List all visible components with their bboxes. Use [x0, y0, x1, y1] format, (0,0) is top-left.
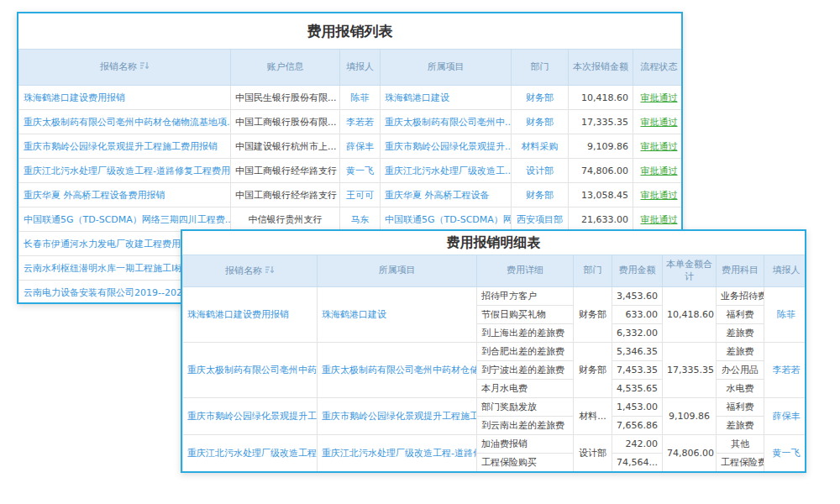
detail-total-cell: 9,109.86 [663, 398, 717, 435]
detail-reporter-link[interactable]: 李若若 [764, 343, 807, 398]
detail-dept-cell: 财务部 [574, 287, 612, 343]
status-link[interactable]: 审批通过 [633, 86, 684, 110]
status-link[interactable]: 审批通过 [633, 207, 684, 232]
expense-name-link[interactable]: 重庆太极制药有限公司亳州中药材仓储物流基地项... [19, 110, 231, 134]
table-row: 重庆市鹅岭公园绿化景观提升工程施工费用报销 中国建设银行杭州市上... 薛保丰 … [19, 134, 684, 159]
amount-cell: 74,806.00 [569, 159, 633, 183]
sort-icon[interactable] [265, 265, 275, 275]
detail-reporter-link[interactable]: 薛保丰 [764, 398, 807, 435]
detail-header-row: 报销名称 所属项目 费用详细 部门 费用金额 本单金额合计 费用科目 填报人 [183, 255, 807, 287]
list-column-header-name[interactable]: 报销名称 [19, 50, 231, 86]
detail-subject-cell: 工程保险费 [717, 454, 764, 472]
table-row: 重庆太极制药有限公司亳州中药材 重庆太极制药有限公司亳州中药材仓储物流 到合肥出… [183, 343, 807, 361]
detail-name-link[interactable]: 珠海鹤港口建设费用报销 [183, 287, 318, 343]
expense-name-link[interactable]: 珠海鹤港口建设费用报销 [19, 86, 231, 110]
list-column-header-account: 账户信息 [231, 50, 340, 86]
account-cell: 中国工商银行经华路支行 [231, 183, 340, 207]
detail-reporter-link[interactable]: 黄一飞 [764, 435, 807, 472]
detail-subject-cell: 福利费 [717, 398, 764, 417]
detail-column-header-reporter: 填报人 [764, 255, 807, 287]
detail-item-cell: 加油费报销 [477, 435, 574, 454]
detail-amount-cell: 633.00 [612, 306, 663, 324]
detail-column-header-item: 费用详细 [477, 255, 574, 287]
detail-column-header-amount: 费用金额 [612, 255, 663, 287]
detail-project-link[interactable]: 重庆市鹅岭公园绿化景观提升工程施工 [318, 398, 477, 435]
detail-amount-cell: 1,453.00 [612, 398, 663, 417]
expense-name-link[interactable]: 重庆江北污水处理厂级改造工程-道路修复工程费用... [19, 159, 231, 183]
dept-link[interactable]: 财务部 [512, 86, 569, 110]
project-link[interactable]: 中国联通5G（TD-SCDMA）网... [381, 207, 512, 232]
list-column-header-project: 所属项目 [381, 50, 512, 86]
dept-link[interactable]: 财务部 [512, 183, 569, 207]
detail-amount-cell: 6,332.00 [612, 324, 663, 343]
detail-item-cell: 到合肥出差的差旅费 [477, 343, 574, 361]
detail-total-cell: 74,806.00 [663, 435, 717, 472]
detail-item-cell: 到宁波出差的差旅费 [477, 361, 574, 380]
detail-column-header-name-label: 报销名称 [225, 265, 262, 276]
detail-reporter-link[interactable]: 陈菲 [764, 287, 807, 343]
expense-detail-title: 费用报销明细表 [182, 231, 805, 255]
detail-subject-cell: 业务招待费 [717, 287, 764, 306]
expense-name-link[interactable]: 重庆华夏 外高桥工程设备费用报销 [19, 183, 231, 207]
status-link[interactable]: 审批通过 [633, 159, 684, 183]
detail-subject-cell: 差旅费 [717, 417, 764, 435]
detail-column-header-subject: 费用科目 [717, 255, 764, 287]
project-link[interactable]: 重庆华夏 外高桥工程设备 [381, 183, 512, 207]
account-cell: 中国工商银行股份有限... [231, 110, 340, 134]
reporter-link[interactable]: 黄一飞 [340, 159, 381, 183]
table-row: 中国联通5G（TD-SCDMA）网络三期四川工程费... 中信银行贵州支行 马东… [19, 207, 684, 232]
project-link[interactable]: 珠海鹤港口建设 [381, 86, 512, 110]
detail-item-cell: 招待甲方客户 [477, 287, 574, 306]
project-link[interactable]: 重庆太极制药有限公司亳州中... [381, 110, 512, 134]
reporter-link[interactable]: 薛保丰 [340, 134, 381, 159]
amount-cell: 13,058.45 [569, 183, 633, 207]
status-link[interactable]: 审批通过 [633, 183, 684, 207]
detail-column-header-total: 本单金额合计 [663, 255, 717, 287]
amount-cell: 10,418.60 [569, 86, 633, 110]
amount-cell: 17,335.35 [569, 110, 633, 134]
amount-cell: 9,109.86 [569, 134, 633, 159]
detail-subject-cell: 福利费 [717, 306, 764, 324]
detail-dept-cell: 财务部 [574, 343, 612, 398]
detail-item-cell: 到上海出差的差旅费 [477, 324, 574, 343]
detail-name-link[interactable]: 重庆太极制药有限公司亳州中药材 [183, 343, 318, 398]
detail-project-link[interactable]: 重庆太极制药有限公司亳州中药材仓储物流 [318, 343, 477, 398]
project-link[interactable]: 重庆市鹅岭公园绿化景观提升... [381, 134, 512, 159]
amount-cell: 21,633.00 [569, 207, 633, 232]
detail-amount-cell: 74,564... [612, 454, 663, 472]
detail-name-link[interactable]: 重庆市鹅岭公园绿化景观提升工程 [183, 398, 318, 435]
reporter-link[interactable]: 李若若 [340, 110, 381, 134]
expense-name-link[interactable]: 中国联通5G（TD-SCDMA）网络三期四川工程费... [19, 207, 231, 232]
account-cell: 中国民生银行股份有限... [231, 86, 340, 110]
detail-amount-cell: 7,453.35 [612, 361, 663, 380]
reporter-link[interactable]: 王可可 [340, 183, 381, 207]
dept-link[interactable]: 财务部 [512, 110, 569, 134]
detail-project-link[interactable]: 重庆江北污水处理厂级改造工程-道路修复工 [318, 435, 477, 472]
dept-link[interactable]: 设计部 [512, 159, 569, 183]
detail-subject-cell: 差旅费 [717, 324, 764, 343]
table-row: 珠海鹤港口建设费用报销 珠海鹤港口建设 招待甲方客户 财务部 3,453.60 … [183, 287, 807, 306]
detail-subject-cell: 其他 [717, 435, 764, 454]
sort-icon[interactable] [139, 60, 150, 71]
detail-item-cell: 到云南出差的差旅费 [477, 417, 574, 435]
reporter-link[interactable]: 马东 [340, 207, 381, 232]
list-column-header-status: 流程状态 [633, 50, 684, 86]
detail-name-link[interactable]: 重庆江北污水处理厂级改造工程- [183, 435, 318, 472]
table-row: 重庆市鹅岭公园绿化景观提升工程 重庆市鹅岭公园绿化景观提升工程施工 部门奖励发放… [183, 398, 807, 417]
detail-column-header-project: 所属项目 [318, 255, 477, 287]
detail-item-cell: 工程保险购买 [477, 454, 574, 472]
detail-item-cell: 本月水电费 [477, 380, 574, 398]
reporter-link[interactable]: 陈菲 [340, 86, 381, 110]
account-cell: 中国工商银行经华路支行 [231, 159, 340, 183]
detail-project-link[interactable]: 珠海鹤港口建设 [318, 287, 477, 343]
project-link[interactable]: 重庆江北污水处理厂级改造工... [381, 159, 512, 183]
expense-name-link[interactable]: 重庆市鹅岭公园绿化景观提升工程施工费用报销 [19, 134, 231, 159]
status-link[interactable]: 审批通过 [633, 134, 684, 159]
detail-subject-cell: 办公用品 [717, 361, 764, 380]
detail-column-header-name[interactable]: 报销名称 [183, 255, 318, 287]
status-link[interactable]: 审批通过 [633, 110, 684, 134]
dept-link[interactable]: 材料采购 [512, 134, 569, 159]
detail-amount-cell: 5,346.35 [612, 343, 663, 361]
account-cell: 中国建设银行杭州市上... [231, 134, 340, 159]
dept-link[interactable]: 西安项目部 [512, 207, 569, 232]
